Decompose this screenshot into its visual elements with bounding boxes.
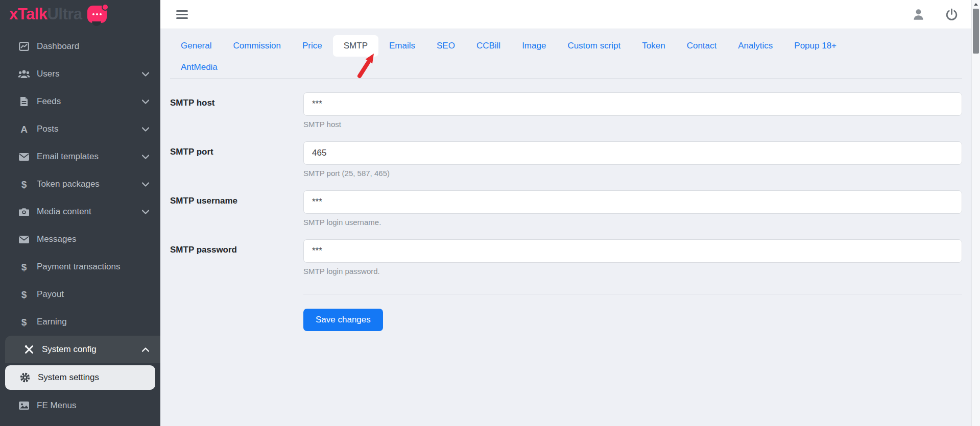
tab-token[interactable]: Token (631, 35, 676, 57)
sidebar-item-system-config[interactable]: System config (5, 336, 160, 363)
bubble-tail (92, 21, 101, 26)
envelope-icon (17, 153, 31, 161)
chevron-down-icon (142, 127, 149, 132)
sidebar-item-fe-menus[interactable]: FE Menus (0, 392, 160, 419)
app-logo[interactable]: xTalkUltra (0, 0, 160, 29)
admin-app: xTalkUltra Dashboard Users (0, 0, 980, 426)
tab-analytics[interactable]: Analytics (727, 35, 783, 57)
tab-seo[interactable]: SEO (426, 35, 466, 57)
smtp-settings-form: SMTP host SMTP host SMTP port SMTP port … (170, 92, 962, 331)
camera-icon (17, 208, 31, 216)
tab-image[interactable]: Image (511, 35, 557, 57)
main-content: General Commission Price SMTP Emails SEO… (160, 29, 980, 426)
tab-commission[interactable]: Commission (222, 35, 292, 57)
logo-badge (102, 4, 109, 11)
chart-line-icon (17, 42, 31, 51)
form-row-smtp-host: SMTP host SMTP host (170, 92, 962, 129)
field-helper-text: SMTP login username. (303, 218, 962, 227)
form-row-smtp-password: SMTP password SMTP login password. (170, 239, 962, 275)
envelope-icon (17, 236, 31, 243)
dollar-icon: $ (17, 180, 31, 189)
tab-price[interactable]: Price (292, 35, 333, 57)
sidebar-item-label: Payment transactions (37, 262, 149, 272)
scrollbar-thumb[interactable] (973, 9, 979, 54)
form-divider (303, 294, 962, 294)
tab-contact[interactable]: Contact (676, 35, 728, 57)
field-helper-text: SMTP login password. (303, 267, 962, 275)
sidebar-item-label: Posts (37, 124, 142, 134)
sidebar-item-label: Token packages (37, 179, 142, 189)
logo-text-secondary: Ultra (47, 5, 82, 23)
sidebar-item-system-settings[interactable]: System settings (5, 365, 155, 390)
sidebar-item-label: Payout (37, 289, 149, 299)
smtp-host-input[interactable] (303, 92, 962, 116)
sidebar-item-token-packages[interactable]: $ Token packages (0, 170, 160, 198)
gear-icon (18, 372, 32, 383)
form-row-smtp-port: SMTP port SMTP port (25, 587, 465) (170, 141, 962, 178)
tab-emails[interactable]: Emails (378, 35, 426, 57)
field-label: SMTP username (170, 190, 303, 227)
users-icon (17, 70, 31, 79)
chevron-down-icon (142, 99, 149, 104)
sidebar-item-label: Feeds (37, 96, 142, 107)
dollar-icon: $ (17, 290, 31, 299)
hamburger-icon[interactable] (176, 8, 188, 21)
chevron-down-icon (142, 155, 149, 159)
chevron-up-icon (142, 347, 149, 352)
field-label: SMTP password (170, 239, 303, 275)
field-label: SMTP port (170, 141, 303, 178)
field-helper-text: SMTP host (303, 120, 962, 129)
chevron-down-icon (142, 72, 149, 77)
smtp-password-input[interactable] (303, 239, 962, 263)
sidebar-item-media-content[interactable]: Media content (0, 198, 160, 225)
smtp-username-input[interactable] (303, 190, 962, 214)
tab-popup-18[interactable]: Popup 18+ (783, 35, 847, 57)
vertical-scrollbar[interactable] (971, 0, 980, 426)
tab-antmedia[interactable]: AntMedia (170, 57, 228, 78)
sidebar-item-dashboard[interactable]: Dashboard (0, 33, 160, 60)
sidebar-item-email-templates[interactable]: Email templates (0, 143, 160, 170)
chevron-down-icon (142, 182, 149, 187)
sidebar-item-payment-transactions[interactable]: $ Payment transactions (0, 253, 160, 281)
person-icon[interactable] (912, 8, 925, 21)
sidebar-menu: Dashboard Users Feeds A Posts (0, 29, 160, 419)
smtp-port-input[interactable] (303, 141, 962, 165)
dollar-icon: $ (17, 262, 31, 272)
save-changes-button[interactable]: Save changes (303, 309, 383, 331)
power-icon[interactable] (945, 8, 959, 21)
sidebar-item-messages[interactable]: Messages (0, 225, 160, 253)
letter-a-icon: A (17, 124, 31, 134)
tab-smtp[interactable]: SMTP (333, 35, 378, 57)
tab-custom-script[interactable]: Custom script (557, 35, 631, 57)
sidebar-item-payout[interactable]: $ Payout (0, 281, 160, 308)
sidebar-item-feeds[interactable]: Feeds (0, 88, 160, 115)
dollar-icon: $ (17, 317, 31, 327)
sidebar-item-posts[interactable]: A Posts (0, 115, 160, 143)
image-icon (17, 402, 31, 410)
sidebar-item-label: Users (37, 69, 142, 79)
chat-bubble-icon (87, 6, 107, 23)
sidebar-item-earning[interactable]: $ Earning (0, 308, 160, 336)
sidebar-item-label: Email templates (37, 152, 142, 162)
scroll-up-arrow-icon (974, 3, 978, 6)
sidebar-item-label: Dashboard (37, 41, 149, 52)
chevron-down-icon (142, 210, 149, 214)
file-lines-icon (17, 96, 31, 107)
field-label: SMTP host (170, 92, 303, 129)
scroll-up-button[interactable] (972, 0, 980, 8)
settings-tabs: General Commission Price SMTP Emails SEO… (170, 29, 962, 79)
tab-general[interactable]: General (170, 35, 222, 57)
sidebar-item-label: FE Menus (37, 400, 149, 411)
sidebar-item-label: System config (42, 344, 142, 355)
sidebar-item-label: Earning (37, 317, 149, 327)
sidebar: xTalkUltra Dashboard Users (0, 0, 160, 426)
sidebar-item-label: Messages (37, 234, 149, 244)
sidebar-item-users[interactable]: Users (0, 60, 160, 88)
logo-text-primary: xTalk (9, 5, 47, 23)
form-row-smtp-username: SMTP username SMTP login username. (170, 190, 962, 227)
sidebar-item-label: Media content (37, 207, 142, 217)
tab-ccbill[interactable]: CCBill (466, 35, 511, 57)
sidebar-item-label: System settings (38, 372, 144, 383)
tools-icon (22, 344, 36, 355)
field-helper-text: SMTP port (25, 587, 465) (303, 169, 962, 178)
